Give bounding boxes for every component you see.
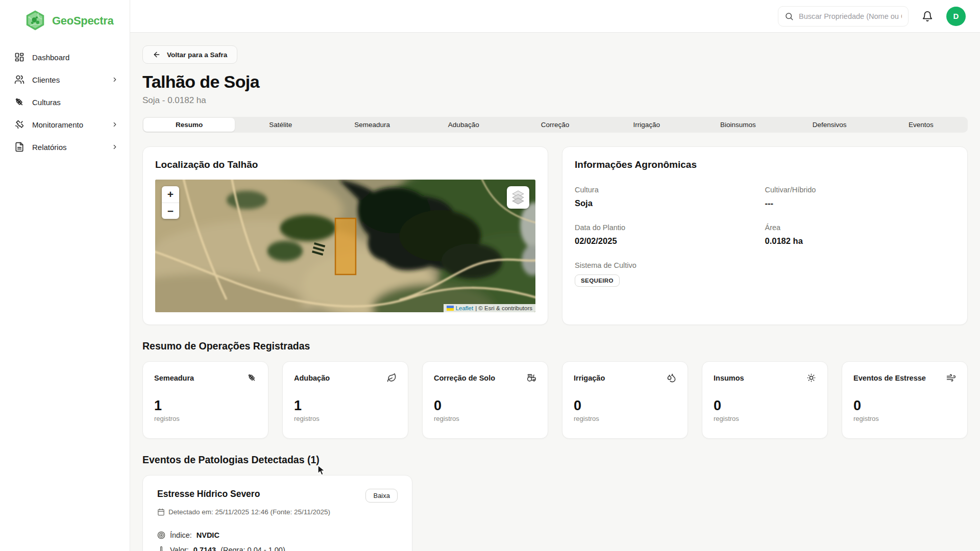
- value-label: Valor:: [170, 546, 189, 551]
- agronomic-card-title: Informações Agronômicas: [575, 159, 955, 170]
- sidebar: GeoSpectra DashboardClientesCulturasMoni…: [0, 0, 130, 551]
- back-button[interactable]: Voltar para a Safra: [142, 45, 237, 64]
- zoom-in-button[interactable]: +: [162, 186, 179, 203]
- brand-logo: GeoSpectra: [0, 0, 130, 46]
- sidebar-item-dashboard[interactable]: Dashboard: [0, 46, 130, 68]
- field-value: 02/02/2025: [575, 236, 765, 246]
- operation-card-semeadura: Semeadura1registros: [142, 361, 268, 439]
- main-area: D Voltar para a Safra Talhão de Soja Soj…: [130, 0, 980, 551]
- user-avatar[interactable]: D: [946, 7, 966, 26]
- field-label: Cultura: [575, 186, 765, 194]
- sidebar-item-label: Relatórios: [32, 143, 67, 152]
- file-text-icon: [14, 142, 24, 152]
- sidebar-item-label: Culturas: [32, 98, 61, 107]
- operation-card-title: Semeadura: [154, 374, 194, 382]
- layers-button[interactable]: [507, 186, 529, 209]
- field-cultivar: Cultivar/Híbrido ---: [765, 186, 955, 208]
- operation-unit: registros: [574, 415, 676, 422]
- search-input[interactable]: [799, 12, 902, 20]
- tab-correcao[interactable]: Correção: [509, 118, 601, 132]
- operation-count: 0: [714, 398, 816, 414]
- search-icon: [785, 12, 794, 21]
- hexagon-logo-icon: [23, 9, 47, 33]
- satellite-imagery: [155, 180, 535, 312]
- tab-eventos[interactable]: Eventos: [875, 118, 967, 132]
- satellite-icon: [14, 119, 24, 130]
- target-icon: [157, 531, 165, 539]
- field-label: Área: [765, 223, 955, 232]
- operation-count: 1: [294, 398, 397, 414]
- map-zoom-control: + −: [162, 186, 179, 219]
- zoom-out-button[interactable]: −: [162, 203, 179, 219]
- chevron-right-icon: [111, 76, 118, 83]
- field-polygon: [335, 218, 356, 274]
- event-index-row: Índice: NVDIC: [157, 531, 398, 539]
- operation-count: 1: [154, 398, 257, 414]
- chevron-right-icon: [111, 143, 118, 151]
- index-value: NVDIC: [197, 531, 219, 539]
- wheat-icon: [14, 97, 24, 107]
- brand-name: GeoSpectra: [52, 14, 114, 28]
- operation-unit: registros: [714, 415, 816, 422]
- operation-card-title: Adubação: [294, 374, 330, 382]
- sidebar-item-monitoramento[interactable]: Monitoramento: [0, 113, 130, 136]
- page-content: Voltar para a Safra Talhão de Soja Soja …: [130, 33, 980, 551]
- event-detected-text: Detectado em: 25/11/2025 12:46 (Fonte: 2…: [168, 508, 330, 516]
- map-attribution: Leaflet | © Esri & contributors: [444, 304, 535, 312]
- sidebar-item-label: Clientes: [32, 76, 60, 84]
- operation-count: 0: [574, 398, 676, 414]
- tab-irrigacao[interactable]: Irrigação: [601, 118, 692, 132]
- sidebar-item-relatorios[interactable]: Relatórios: [0, 136, 130, 158]
- operation-unit: registros: [434, 415, 536, 422]
- field-value: ---: [765, 198, 955, 208]
- leaf-icon: [387, 373, 397, 383]
- event-value-row: Valor: 0.7143 (Regra: 0.04 - 1.00): [157, 546, 398, 551]
- index-label: Índice:: [170, 531, 192, 539]
- tab-resumo[interactable]: Resumo: [143, 118, 235, 132]
- field-cultura: Cultura Soja: [575, 186, 765, 208]
- sidebar-item-culturas[interactable]: Culturas: [0, 91, 130, 113]
- severity-badge: Baixa: [365, 489, 398, 503]
- sidebar-item-label: Dashboard: [32, 53, 69, 62]
- field-label: Data do Plantio: [575, 223, 765, 232]
- tab-bar: ResumoSatéliteSemeaduraAdubaçãoCorreçãoI…: [142, 117, 968, 133]
- field-value: Soja: [575, 198, 765, 208]
- pathology-event-card: Estresse Hídrico Severo Baixa Detectado …: [142, 475, 412, 551]
- page-subtitle: Soja - 0.0182 ha: [142, 95, 968, 106]
- operation-card-correcao-de-solo: Correção de Solo0registros: [422, 361, 548, 439]
- search-box[interactable]: [778, 6, 909, 27]
- notifications-bell-icon[interactable]: [922, 11, 933, 22]
- topbar: D: [130, 0, 980, 33]
- dashboard-icon: [14, 52, 24, 62]
- agronomic-info-card: Informações Agronômicas Cultura Soja Cul…: [562, 146, 968, 325]
- users-icon: [14, 74, 24, 85]
- operation-count: 0: [853, 398, 956, 414]
- page-title: Talhão de Soja: [142, 72, 968, 92]
- calendar-icon: [157, 508, 165, 516]
- sidebar-item-clientes[interactable]: Clientes: [0, 68, 130, 91]
- event-title: Estresse Hídrico Severo: [157, 489, 260, 499]
- field-value: 0.0182 ha: [765, 236, 955, 246]
- tractor-icon: [527, 373, 536, 383]
- tab-adubacao[interactable]: Adubação: [418, 118, 509, 132]
- satellite-map[interactable]: + −: [155, 180, 535, 312]
- tab-bioinsumos[interactable]: Bioinsumos: [692, 118, 783, 132]
- tab-semeadura[interactable]: Semeadura: [326, 118, 418, 132]
- value-value: 0.7143: [193, 546, 216, 551]
- operation-unit: registros: [294, 415, 397, 422]
- tab-defensivos[interactable]: Defensivos: [784, 118, 875, 132]
- operation-card-title: Irrigação: [574, 374, 605, 382]
- droplets-icon: [667, 373, 676, 383]
- attribution-text: | © Esri & contributors: [475, 305, 532, 311]
- pathologies-section-title: Eventos de Patologias Detectadas (1): [142, 454, 968, 466]
- field-label: Sistema de Cultivo: [575, 261, 765, 269]
- operation-card-adubacao: Adubação1registros: [282, 361, 408, 439]
- operation-unit: registros: [853, 415, 956, 422]
- operation-card-title: Correção de Solo: [434, 374, 495, 382]
- sun-icon: [806, 373, 816, 383]
- location-card-title: Localização do Talhão: [155, 159, 535, 170]
- leaflet-link[interactable]: Leaflet: [456, 305, 474, 311]
- tab-satelite[interactable]: Satélite: [235, 118, 326, 132]
- wind-icon: [946, 373, 956, 383]
- app-window: GeoSpectra DashboardClientesCulturasMoni…: [0, 0, 980, 551]
